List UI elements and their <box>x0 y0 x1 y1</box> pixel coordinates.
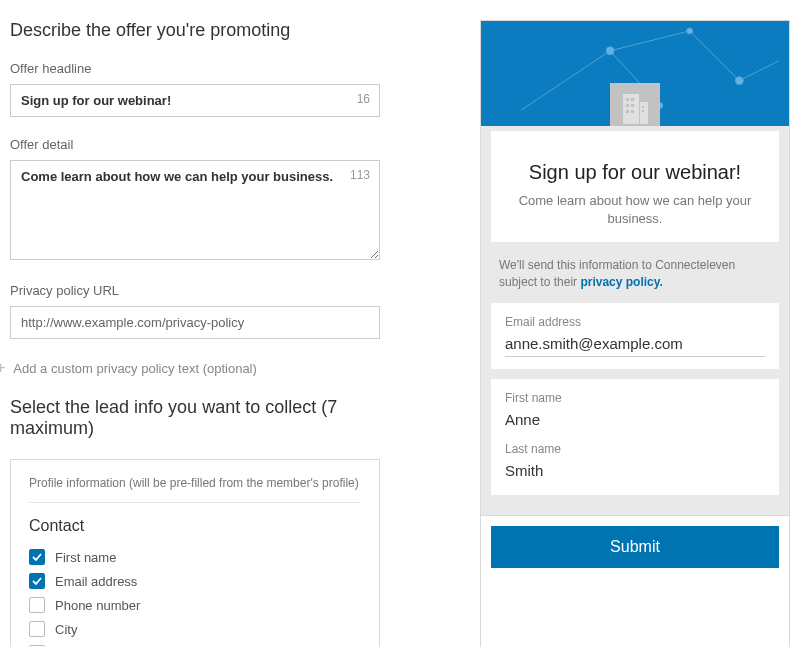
svg-point-7 <box>735 77 743 85</box>
preview-detail: Come learn about how we can help your bu… <box>509 192 761 228</box>
preview-title: Sign up for our webinar! <box>509 161 761 184</box>
offer-detail-input[interactable]: Come learn about how we can help your bu… <box>10 160 380 260</box>
svg-rect-10 <box>640 102 648 124</box>
add-custom-label: Add a custom privacy policy text (option… <box>13 361 257 376</box>
svg-rect-13 <box>626 104 629 107</box>
svg-rect-16 <box>631 110 634 113</box>
checkbox-label: City <box>55 622 77 637</box>
checkbox-label: Phone number <box>55 598 140 613</box>
privacy-url-input[interactable] <box>10 306 380 339</box>
svg-rect-14 <box>631 104 634 107</box>
svg-point-5 <box>606 47 614 55</box>
profile-hint: Profile information (will be pre-filled … <box>29 476 361 503</box>
preview-first-value[interactable]: Anne <box>505 411 765 432</box>
svg-rect-12 <box>631 98 634 101</box>
checkbox-icon <box>29 549 45 565</box>
preview-panel: Sign up for our webinar! Come learn abou… <box>480 20 790 647</box>
preview-last-value[interactable]: Smith <box>505 462 765 483</box>
checkbox-city[interactable]: City <box>29 621 361 637</box>
checkbox-email[interactable]: Email address <box>29 573 361 589</box>
preview-hero <box>481 21 789 126</box>
detail-count: 113 <box>350 168 370 182</box>
svg-line-1 <box>610 31 689 51</box>
contact-group-title: Contact <box>29 517 361 535</box>
preview-privacy-note: We'll send this information to Connectel… <box>491 253 779 303</box>
preview-last-label: Last name <box>505 442 765 456</box>
preview-email-value[interactable]: anne.smith@example.com <box>505 335 765 357</box>
checkbox-icon <box>29 597 45 613</box>
plus-icon: + <box>0 359 5 377</box>
svg-rect-17 <box>642 106 644 108</box>
checkbox-label: First name <box>55 550 116 565</box>
svg-rect-15 <box>626 110 629 113</box>
checkbox-icon <box>29 621 45 637</box>
submit-button[interactable]: Submit <box>491 526 779 568</box>
offer-headline-label: Offer headline <box>10 61 380 76</box>
select-lead-title: Select the lead info you want to collect… <box>10 397 380 439</box>
checkbox-first-name[interactable]: First name <box>29 549 361 565</box>
svg-point-6 <box>687 28 693 34</box>
svg-rect-18 <box>642 110 644 112</box>
checkbox-icon <box>29 573 45 589</box>
checkbox-label: Email address <box>55 574 137 589</box>
add-custom-privacy[interactable]: + Add a custom privacy policy text (opti… <box>10 359 380 377</box>
svg-rect-11 <box>626 98 629 101</box>
privacy-policy-link[interactable]: privacy policy. <box>580 275 662 289</box>
checkbox-phone[interactable]: Phone number <box>29 597 361 613</box>
svg-line-0 <box>521 51 610 111</box>
offer-headline-input[interactable] <box>10 84 380 117</box>
privacy-url-label: Privacy policy URL <box>10 283 380 298</box>
preview-first-label: First name <box>505 391 765 405</box>
preview-email-label: Email address <box>505 315 765 329</box>
company-logo-icon <box>610 83 660 126</box>
svg-line-2 <box>690 31 740 81</box>
describe-title: Describe the offer you're promoting <box>10 20 380 41</box>
headline-count: 16 <box>357 92 370 106</box>
offer-detail-label: Offer detail <box>10 137 380 152</box>
svg-line-4 <box>739 61 779 81</box>
